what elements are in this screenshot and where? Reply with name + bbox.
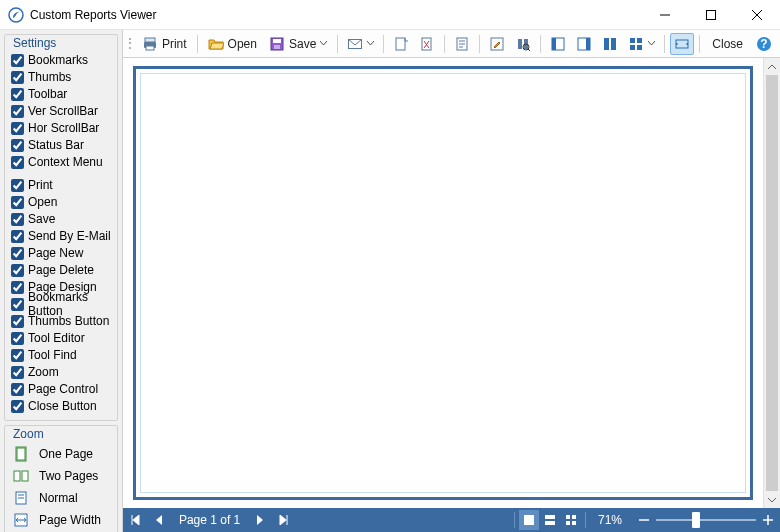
close-window-button[interactable] (734, 0, 780, 30)
setting-row[interactable]: Thumbs Button (11, 313, 111, 329)
setting-checkbox[interactable] (11, 196, 24, 209)
setting-row[interactable]: Bookmarks Button (11, 296, 111, 312)
setting-checkbox[interactable] (11, 366, 24, 379)
page-design-icon (454, 36, 470, 52)
toolbar-grip[interactable] (127, 35, 133, 53)
setting-row[interactable]: Print (11, 177, 111, 193)
setting-checkbox[interactable] (11, 298, 24, 311)
setting-checkbox[interactable] (11, 264, 24, 277)
setting-row[interactable]: Ver ScrollBar (11, 103, 111, 119)
save-button[interactable]: Save (264, 33, 332, 55)
setting-label: Page Delete (28, 263, 94, 277)
setting-row[interactable]: Zoom (11, 364, 111, 380)
minimize-button[interactable] (642, 0, 688, 30)
setting-row[interactable]: Tool Editor (11, 330, 111, 346)
scroll-thumb[interactable] (766, 75, 778, 491)
vertical-scrollbar[interactable] (763, 58, 780, 508)
svg-rect-47 (566, 515, 570, 519)
svg-rect-36 (611, 38, 616, 50)
page-design-button[interactable] (450, 33, 474, 55)
setting-checkbox[interactable] (11, 213, 24, 226)
setting-row[interactable]: Tool Find (11, 347, 111, 363)
save-icon (269, 36, 285, 52)
setting-label: Save (28, 212, 55, 226)
setting-checkbox[interactable] (11, 400, 24, 413)
scroll-track[interactable] (764, 75, 780, 491)
setting-checkbox[interactable] (11, 139, 24, 152)
page-new-button[interactable] (389, 33, 413, 55)
zoom-option[interactable]: One Page (11, 444, 111, 464)
zoom-slider-handle[interactable] (692, 512, 700, 528)
setting-checkbox[interactable] (11, 54, 24, 67)
svg-rect-15 (146, 46, 154, 50)
svg-rect-48 (572, 515, 576, 519)
open-button[interactable]: Open (203, 33, 262, 55)
svg-rect-40 (637, 45, 642, 50)
scroll-up-icon[interactable] (764, 58, 780, 75)
first-page-button[interactable] (123, 508, 147, 532)
setting-row[interactable]: Page Control (11, 381, 111, 397)
setting-row[interactable]: Hor ScrollBar (11, 120, 111, 136)
prev-page-button[interactable] (147, 508, 171, 532)
setting-row[interactable]: Page New (11, 245, 111, 261)
setting-checkbox[interactable] (11, 230, 24, 243)
svg-rect-13 (145, 38, 155, 42)
close-button[interactable]: Close (707, 33, 748, 55)
setting-row[interactable]: Bookmarks (11, 52, 111, 68)
page-delete-button[interactable] (415, 33, 439, 55)
setting-checkbox[interactable] (11, 156, 24, 169)
print-button[interactable]: Print (137, 33, 192, 55)
next-page-button[interactable] (248, 508, 272, 532)
last-page-button[interactable] (272, 508, 296, 532)
svg-text:?: ? (760, 37, 767, 51)
scroll-down-icon[interactable] (764, 491, 780, 508)
zoom-in-button[interactable] (756, 508, 780, 532)
zoom-slider[interactable] (656, 508, 756, 532)
setting-checkbox[interactable] (11, 349, 24, 362)
page-preview[interactable] (133, 66, 753, 500)
setting-row[interactable]: Send By E-Mail (11, 228, 111, 244)
setting-checkbox[interactable] (11, 105, 24, 118)
one-page-sm-icon (602, 36, 618, 52)
bookmarks-button[interactable] (546, 33, 570, 55)
save-label: Save (289, 37, 316, 51)
setting-row[interactable]: Status Bar (11, 137, 111, 153)
mail-icon (347, 36, 363, 52)
zoom-twopage-button[interactable] (624, 33, 659, 55)
zoom-out-button[interactable] (632, 508, 656, 532)
setting-row[interactable]: Open (11, 194, 111, 210)
thumbs-button[interactable] (572, 33, 596, 55)
viewmode-single-button[interactable] (519, 510, 539, 530)
title-bar: Custom Reports Viewer (0, 0, 780, 30)
setting-row[interactable]: Close Button (11, 398, 111, 414)
setting-checkbox[interactable] (11, 122, 24, 135)
setting-row[interactable]: Toolbar (11, 86, 111, 102)
zoom-pagewidth-button[interactable] (670, 33, 694, 55)
setting-checkbox[interactable] (11, 247, 24, 260)
setting-row[interactable]: Save (11, 211, 111, 227)
setting-label: Send By E-Mail (28, 229, 111, 243)
setting-row[interactable]: Thumbs (11, 69, 111, 85)
setting-row[interactable]: Page Delete (11, 262, 111, 278)
setting-checkbox[interactable] (11, 332, 24, 345)
zoom-option[interactable]: Two Pages (11, 466, 111, 486)
setting-checkbox[interactable] (11, 88, 24, 101)
tool-editor-button[interactable] (485, 33, 509, 55)
chevron-down-icon (648, 40, 655, 47)
setting-checkbox[interactable] (11, 383, 24, 396)
zoom-option[interactable]: Page Width (11, 510, 111, 530)
zoom-option[interactable]: Normal (11, 488, 111, 508)
zoom-onepage-button[interactable] (598, 33, 622, 55)
send-mail-button[interactable] (343, 33, 378, 55)
setting-checkbox[interactable] (11, 71, 24, 84)
setting-checkbox[interactable] (11, 179, 24, 192)
setting-row[interactable]: Context Menu (11, 154, 111, 170)
viewmode-continuous-button[interactable] (540, 510, 560, 530)
find-icon (515, 36, 531, 52)
viewmode-multi-button[interactable] (561, 510, 581, 530)
setting-checkbox[interactable] (11, 315, 24, 328)
help-button[interactable]: ? (752, 33, 776, 55)
setting-checkbox[interactable] (11, 281, 24, 294)
maximize-button[interactable] (688, 0, 734, 30)
tool-find-button[interactable] (511, 33, 535, 55)
